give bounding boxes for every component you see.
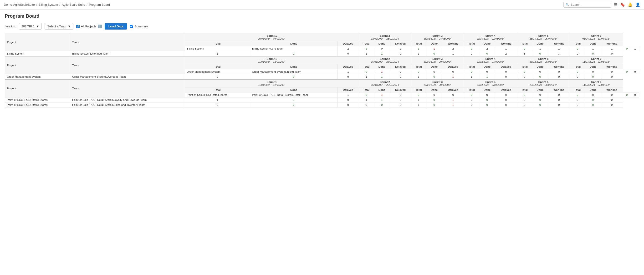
table-row: Order Management SystemOrder Management … bbox=[5, 74, 639, 80]
subheader-2-1-1: Done bbox=[374, 88, 390, 92]
cell-total-1-0-3: 0 bbox=[495, 69, 517, 74]
subheader-2-5-0: Total bbox=[570, 88, 585, 92]
cell-delayed-2-0-0: 1 bbox=[374, 92, 390, 98]
cell-done-2-2-0: 0 bbox=[250, 102, 338, 108]
cell-total-0-0-3: 1 bbox=[495, 46, 517, 51]
list-icon[interactable]: ☰ bbox=[614, 2, 617, 7]
cell-total-2-1-3: 0 bbox=[464, 98, 479, 102]
breadcrumb-item-2[interactable]: Billing System bbox=[38, 3, 58, 6]
cell-total-0-1-3: 2 bbox=[464, 51, 479, 56]
page-title: Program Board bbox=[5, 13, 639, 19]
cell-delayed-2-1-2: 1 bbox=[442, 98, 464, 102]
cell-delayed-1-0-5: 0 bbox=[631, 69, 639, 74]
table-row: Point-of-Sale (POS) Retail StoresPoint-o… bbox=[5, 102, 639, 108]
sprint-header-2-3: Sprint 412/02/2024 – 23/02/2024 bbox=[464, 79, 517, 88]
cell-total-0-1-0: 1 bbox=[185, 51, 250, 56]
cell-done-2-1-5: 0 bbox=[585, 98, 601, 102]
cell-team-0-1: Billing System\Extended Team bbox=[70, 51, 185, 56]
cell-done-2-0-4: 0 bbox=[570, 92, 585, 98]
toolbar: Iteration: 2024\PI 1 ▼ Select a Train ▼ … bbox=[0, 21, 644, 33]
all-projects-label: All Projects bbox=[81, 24, 96, 28]
subheader-0-1-0: Total bbox=[359, 41, 374, 46]
breadcrumb-item-3[interactable]: Agile Scale Suite bbox=[62, 3, 85, 6]
cell-delayed-1-1-4: 0 bbox=[548, 74, 570, 80]
subheader-1-0-0: Total bbox=[185, 64, 250, 69]
summary-checkbox[interactable] bbox=[130, 25, 133, 28]
cell-done-1-0-1: 0 bbox=[411, 69, 426, 74]
subheader-0-4-2: Working bbox=[548, 41, 570, 46]
subheader-2-0-0: Total bbox=[185, 88, 250, 92]
cell-delayed-1-0-2: 0 bbox=[479, 69, 495, 74]
cell-delayed-1-1-2: 1 bbox=[442, 74, 464, 80]
cell-total-1-1-4: 0 bbox=[517, 74, 532, 80]
cell-done-1-1-2: 0 bbox=[426, 74, 442, 80]
user-icon[interactable]: 👤 bbox=[636, 2, 640, 7]
cell-done-1-1-1: 1 bbox=[374, 74, 390, 80]
cell-delayed-1-0-1: 0 bbox=[426, 69, 442, 74]
subheader-2-3-2: Delayed bbox=[495, 88, 517, 92]
col-team-header-0: Team bbox=[70, 33, 185, 51]
sprint-header-0-0: Sprint 129/01/2024 – 09/02/2024 bbox=[185, 33, 359, 41]
cell-delayed-0-1-3: 2 bbox=[495, 51, 517, 56]
cell-done-1-0-2: 0 bbox=[464, 69, 479, 74]
bell-icon[interactable]: 🔔 bbox=[628, 2, 632, 7]
table-row: Billing SystemBilling System\Extended Te… bbox=[5, 51, 639, 56]
cell-delayed-2-0-2: 0 bbox=[479, 92, 495, 98]
cell-total-2-1-0: 1 bbox=[185, 98, 250, 102]
iteration-select[interactable]: 2024\PI 1 ▼ bbox=[19, 23, 42, 30]
subheader-0-4-0: Total bbox=[517, 41, 532, 46]
cell-done-0-1-5: 0 bbox=[585, 51, 601, 56]
cell-total-1-0-1: 0 bbox=[390, 69, 411, 74]
subheader-1-5-1: Done bbox=[585, 64, 601, 69]
cell-total-2-0-2: 0 bbox=[442, 92, 464, 98]
cell-done-1-0-0: 0 bbox=[359, 69, 374, 74]
cell-project-1-1: Order Management System bbox=[5, 74, 70, 80]
search-input[interactable] bbox=[570, 3, 609, 6]
cell-done-2-2-1: 0 bbox=[374, 102, 390, 108]
select-train-label: Select a Train bbox=[47, 24, 66, 28]
cell-delayed-0-0-4: 1 bbox=[585, 46, 601, 51]
cell-delayed-2-2-0: 0 bbox=[338, 102, 359, 108]
cell-delayed-2-1-0: 0 bbox=[338, 98, 359, 102]
cell-total-0-0-0: 2 bbox=[338, 46, 359, 51]
search-box[interactable]: 🔍 bbox=[564, 2, 611, 8]
subheader-0-1-1: Done bbox=[374, 41, 390, 46]
subheader-1-0-1: Done bbox=[250, 64, 338, 69]
subheader-0-0-1: Done bbox=[250, 41, 338, 46]
cell-delayed-2-0-1: 0 bbox=[426, 92, 442, 98]
cell-team-1-0: Order Management System\In situ Team bbox=[250, 69, 338, 74]
subheader-0-5-0: Total bbox=[570, 41, 585, 46]
cell-delayed-2-0-3: 0 bbox=[532, 92, 548, 98]
cell-done-0-0-2: 0 bbox=[464, 46, 479, 51]
load-data-button[interactable]: Load Data bbox=[105, 23, 127, 30]
select-train-dropdown[interactable]: Select a Train ▼ bbox=[44, 23, 73, 30]
sprint-header-0-5: Sprint 601/04/2024 – 12/04/2024 bbox=[570, 33, 623, 41]
col-project-header-1: Project bbox=[5, 56, 70, 74]
info-icon[interactable]: ℹ️ bbox=[98, 24, 102, 28]
cell-done-1-0-3: 0 bbox=[517, 69, 532, 74]
train-chevron-icon: ▼ bbox=[68, 24, 71, 28]
summary-label: Summary bbox=[134, 24, 148, 28]
breadcrumb-item-1[interactable]: Demo-AgileScaleSuite bbox=[4, 3, 35, 6]
all-projects-checkbox[interactable] bbox=[76, 25, 80, 28]
cell-done-0-0-5: 0 bbox=[623, 46, 631, 51]
subheader-2-4-2: Working bbox=[548, 88, 570, 92]
cell-delayed-0-1-0: 0 bbox=[338, 51, 359, 56]
sprint-header-0-1: Sprint 212/02/2024 – 23/02/2024 bbox=[359, 33, 411, 41]
subheader-2-1-2: Delayed bbox=[390, 88, 411, 92]
cell-team-0-0: Billing System\Core Team bbox=[250, 46, 338, 51]
cell-total-0-1-2: 1 bbox=[411, 51, 426, 56]
subheader-2-0-1: Done bbox=[250, 88, 338, 92]
bookmark-icon[interactable]: 🔖 bbox=[620, 2, 625, 7]
page-header: Program Board bbox=[0, 10, 644, 21]
sprint-header-1-1: Sprint 215/01/2024 – 26/01/2024 bbox=[359, 56, 411, 64]
cell-total-2-1-1: 1 bbox=[359, 98, 374, 102]
cell-total-0-1-5: 0 bbox=[570, 51, 585, 56]
iteration-label: Iteration: bbox=[5, 25, 16, 28]
breadcrumb-item-4[interactable]: Program Board bbox=[89, 3, 110, 6]
cell-project-2-0: Point-of-Sale (POS) Retail Stores bbox=[185, 92, 250, 98]
cell-total-0-0-1: 2 bbox=[390, 46, 411, 51]
cell-done-2-1-0: 1 bbox=[250, 98, 338, 102]
search-icon: 🔍 bbox=[566, 3, 569, 6]
iteration-chevron-icon: ▼ bbox=[36, 24, 39, 28]
